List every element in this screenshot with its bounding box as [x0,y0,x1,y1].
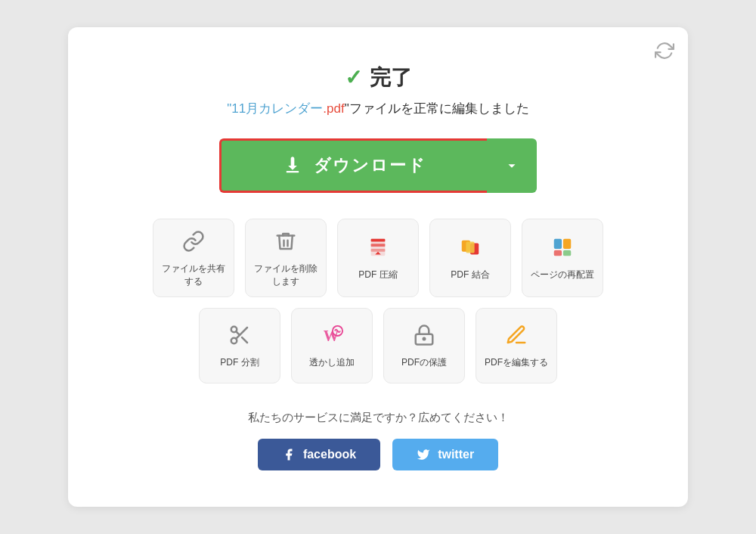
download-section: ダウンロード [113,138,643,193]
merge-icon [459,236,482,262]
tool-pdf-edit[interactable]: PDFを編集する [476,308,557,383]
tool-pdf-protect[interactable]: PDFの保護 [383,308,465,383]
tool-pdf-split[interactable]: PDF 分割 [199,308,280,383]
tool-delete-file[interactable]: ファイルを削除します [245,219,327,298]
status-title-text: 完了 [370,64,412,92]
twitter-label: twitter [438,448,474,461]
tool-page-reorder-label: ページの再配置 [531,269,594,281]
svg-rect-2 [371,244,386,247]
filename-prefix: "11月カレンダー [227,101,323,116]
tool-pdf-compress[interactable]: PDF 圧縮 [337,219,419,298]
svg-rect-3 [371,249,386,252]
download-icon [282,155,303,176]
tool-pdf-edit-label: PDFを編集する [485,356,548,369]
twitter-button[interactable]: twitter [392,439,498,470]
status-description: "11月カレンダー.pdf"ファイルを正常に編集しました [113,100,643,117]
svg-rect-1 [371,239,386,242]
tool-watermark-label: 透かし追加 [309,356,355,369]
main-card: ✓ 完了 "11月カレンダー.pdf"ファイルを正常に編集しました ダウンロード [68,27,688,508]
svg-rect-7 [466,242,474,253]
facebook-button[interactable]: facebook [258,439,380,470]
svg-line-15 [242,337,247,343]
tool-watermark[interactable]: W 透かし追加 [291,308,373,383]
edit-icon [505,324,528,350]
share-section: 私たちのサービスに満足ですか？広めてください！ facebook twitter [113,411,643,470]
lock-icon [413,324,435,350]
tools-grid: ファイルを共有する ファイルを削除します [113,219,643,384]
svg-rect-9 [563,239,571,249]
compress-icon [367,236,389,262]
tool-share-file-label: ファイルを共有する [158,262,229,288]
reorder-icon [551,236,574,262]
tool-pdf-protect-label: PDFの保護 [401,356,447,369]
twitter-icon [417,448,430,461]
svg-line-16 [236,332,240,336]
link-icon [182,230,205,256]
share-buttons: facebook twitter [113,439,643,470]
facebook-label: facebook [303,448,356,461]
trash-icon [274,230,297,256]
share-text: 私たちのサービスに満足ですか？広めてください！ [113,411,643,425]
refresh-button[interactable] [655,41,674,64]
tool-pdf-split-label: PDF 分割 [220,356,259,369]
tool-pdf-merge-label: PDF 結合 [451,269,489,281]
tool-share-file[interactable]: ファイルを共有する [153,219,234,298]
download-main-button[interactable]: ダウンロード [219,138,487,193]
tool-pdf-compress-label: PDF 圧縮 [358,269,397,281]
download-dropdown-button[interactable] [487,138,537,193]
svg-point-20 [423,338,426,340]
status-section: ✓ 完了 "11月カレンダー.pdf"ファイルを正常に編集しました [113,64,643,117]
check-icon: ✓ [345,65,362,90]
tool-pdf-merge[interactable]: PDF 結合 [429,219,511,298]
tool-delete-file-label: ファイルを削除します [250,262,321,288]
svg-rect-11 [563,250,571,256]
status-suffix: "ファイルを正常に編集しました [345,101,529,116]
download-label: ダウンロード [314,154,426,177]
filename-ext: .pdf [323,101,344,116]
tool-page-reorder[interactable]: ページの再配置 [522,219,603,298]
status-title: ✓ 完了 [113,64,643,92]
scissors-icon [228,324,251,350]
watermark-icon: W [321,324,343,350]
facebook-icon [282,448,296,461]
svg-rect-8 [554,239,562,249]
svg-rect-10 [554,250,562,256]
chevron-down-icon [503,157,520,174]
